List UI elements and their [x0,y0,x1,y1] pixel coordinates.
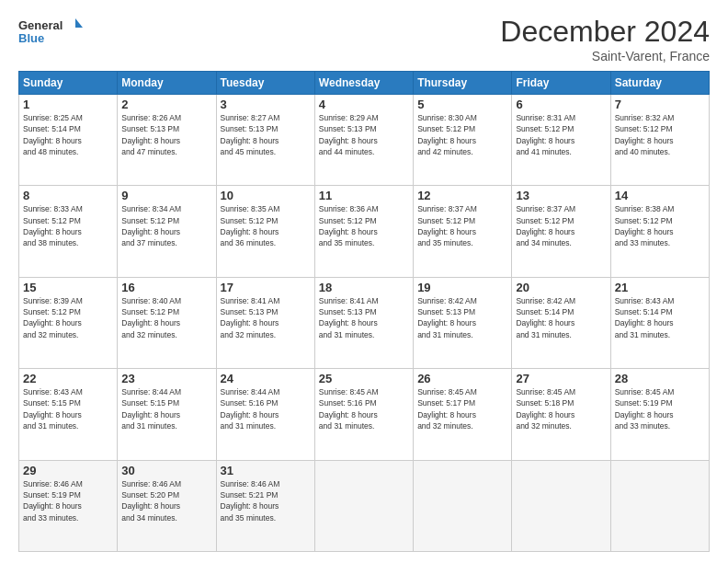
title-block: December 2024 Saint-Varent, France [500,15,710,63]
table-row: 5 Sunrise: 8:30 AMSunset: 5:12 PMDayligh… [414,95,512,186]
table-row: 9 Sunrise: 8:34 AMSunset: 5:12 PMDayligh… [118,186,216,277]
svg-text:General: General [18,18,63,32]
day-number: 20 [516,281,606,294]
day-number: 19 [417,281,507,294]
col-tuesday: Tuesday [216,72,314,95]
logo: General Blue [18,15,83,48]
table-row: 25 Sunrise: 8:45 AMSunset: 5:16 PMDaylig… [314,369,413,460]
day-info: Sunrise: 8:44 AMSunset: 5:16 PMDaylight:… [221,387,280,431]
table-row: 22 Sunrise: 8:43 AMSunset: 5:15 PMDaylig… [19,369,118,460]
logo-svg: General Blue [18,15,83,48]
day-number: 25 [319,372,409,385]
calendar-week-row: 8 Sunrise: 8:33 AMSunset: 5:12 PMDayligh… [19,186,710,277]
table-row: 20 Sunrise: 8:42 AMSunset: 5:14 PMDaylig… [512,277,610,368]
day-info: Sunrise: 8:39 AMSunset: 5:12 PMDaylight:… [23,296,83,339]
day-info: Sunrise: 8:44 AMSunset: 5:15 PMDaylight:… [121,387,181,431]
table-row: 31 Sunrise: 8:46 AMSunset: 5:21 PMDaylig… [216,460,314,551]
day-number: 27 [516,372,606,385]
day-number: 16 [121,281,211,294]
svg-marker-2 [75,18,83,28]
day-number: 24 [221,372,311,385]
col-monday: Monday [118,72,216,95]
day-number: 17 [221,281,311,294]
day-number: 7 [615,98,705,111]
col-sunday: Sunday [19,72,118,95]
day-number: 21 [615,281,705,294]
day-info: Sunrise: 8:32 AMSunset: 5:12 PMDaylight:… [615,113,675,156]
day-info: Sunrise: 8:41 AMSunset: 5:13 PMDaylight:… [319,296,379,339]
table-row: 18 Sunrise: 8:41 AMSunset: 5:13 PMDaylig… [314,277,413,368]
table-row: 15 Sunrise: 8:39 AMSunset: 5:12 PMDaylig… [19,277,118,368]
col-wednesday: Wednesday [314,72,413,95]
table-row: 21 Sunrise: 8:43 AMSunset: 5:14 PMDaylig… [610,277,709,368]
table-row: 30 Sunrise: 8:46 AMSunset: 5:20 PMDaylig… [118,460,216,551]
day-info: Sunrise: 8:36 AMSunset: 5:12 PMDaylight:… [319,204,379,247]
day-number: 22 [23,372,113,385]
table-row: 28 Sunrise: 8:45 AMSunset: 5:19 PMDaylig… [610,369,709,460]
day-info: Sunrise: 8:46 AMSunset: 5:20 PMDaylight:… [121,479,181,523]
table-row: 3 Sunrise: 8:27 AMSunset: 5:13 PMDayligh… [216,95,314,186]
day-number: 23 [121,372,211,385]
day-number: 11 [319,189,409,202]
day-info: Sunrise: 8:38 AMSunset: 5:12 PMDaylight:… [615,204,675,247]
day-number: 9 [121,189,211,202]
day-number: 5 [417,98,507,111]
table-row [610,460,709,551]
day-number: 2 [121,98,211,111]
table-row [512,460,610,551]
day-info: Sunrise: 8:30 AMSunset: 5:12 PMDaylight:… [417,113,477,156]
day-number: 14 [615,189,705,202]
day-info: Sunrise: 8:37 AMSunset: 5:12 PMDaylight:… [516,204,575,247]
table-row: 14 Sunrise: 8:38 AMSunset: 5:12 PMDaylig… [610,186,709,277]
table-row: 19 Sunrise: 8:42 AMSunset: 5:13 PMDaylig… [414,277,512,368]
day-info: Sunrise: 8:45 AMSunset: 5:17 PMDaylight:… [417,387,477,431]
day-info: Sunrise: 8:33 AMSunset: 5:12 PMDaylight:… [23,204,83,247]
day-info: Sunrise: 8:45 AMSunset: 5:16 PMDaylight:… [319,387,379,431]
table-row: 17 Sunrise: 8:41 AMSunset: 5:13 PMDaylig… [216,277,314,368]
subtitle: Saint-Varent, France [500,49,710,63]
day-info: Sunrise: 8:42 AMSunset: 5:13 PMDaylight:… [417,296,477,339]
main-title: December 2024 [500,15,710,49]
day-info: Sunrise: 8:40 AMSunset: 5:12 PMDaylight:… [121,296,181,339]
page: General Blue December 2024 Saint-Varent,… [0,0,728,563]
day-number: 15 [23,281,113,294]
day-info: Sunrise: 8:27 AMSunset: 5:13 PMDaylight:… [221,113,280,156]
day-number: 30 [121,464,211,477]
day-info: Sunrise: 8:31 AMSunset: 5:12 PMDaylight:… [516,113,575,156]
col-friday: Friday [512,72,610,95]
calendar-week-row: 29 Sunrise: 8:46 AMSunset: 5:19 PMDaylig… [19,460,710,551]
day-number: 10 [221,189,311,202]
day-info: Sunrise: 8:43 AMSunset: 5:14 PMDaylight:… [615,296,675,339]
svg-text:Blue: Blue [18,31,44,45]
day-info: Sunrise: 8:45 AMSunset: 5:18 PMDaylight:… [516,387,575,431]
table-row: 7 Sunrise: 8:32 AMSunset: 5:12 PMDayligh… [610,95,709,186]
table-row: 2 Sunrise: 8:26 AMSunset: 5:13 PMDayligh… [118,95,216,186]
calendar-week-row: 22 Sunrise: 8:43 AMSunset: 5:15 PMDaylig… [19,369,710,460]
day-info: Sunrise: 8:42 AMSunset: 5:14 PMDaylight:… [516,296,575,339]
calendar-header-row: Sunday Monday Tuesday Wednesday Thursday… [19,72,710,95]
table-row: 29 Sunrise: 8:46 AMSunset: 5:19 PMDaylig… [19,460,118,551]
day-number: 31 [221,464,311,477]
table-row: 1 Sunrise: 8:25 AMSunset: 5:14 PMDayligh… [19,95,118,186]
day-number: 28 [615,372,705,385]
table-row: 26 Sunrise: 8:45 AMSunset: 5:17 PMDaylig… [414,369,512,460]
day-info: Sunrise: 8:46 AMSunset: 5:19 PMDaylight:… [23,479,83,523]
day-info: Sunrise: 8:25 AMSunset: 5:14 PMDaylight:… [23,113,83,156]
table-row: 24 Sunrise: 8:44 AMSunset: 5:16 PMDaylig… [216,369,314,460]
day-info: Sunrise: 8:35 AMSunset: 5:12 PMDaylight:… [221,204,280,247]
day-info: Sunrise: 8:45 AMSunset: 5:19 PMDaylight:… [615,387,675,431]
day-number: 6 [516,98,606,111]
day-number: 3 [221,98,311,111]
table-row: 8 Sunrise: 8:33 AMSunset: 5:12 PMDayligh… [19,186,118,277]
day-number: 13 [516,189,606,202]
day-number: 1 [23,98,113,111]
day-info: Sunrise: 8:29 AMSunset: 5:13 PMDaylight:… [319,113,379,156]
day-number: 8 [23,189,113,202]
table-row: 13 Sunrise: 8:37 AMSunset: 5:12 PMDaylig… [512,186,610,277]
calendar-table: Sunday Monday Tuesday Wednesday Thursday… [18,71,710,552]
table-row: 12 Sunrise: 8:37 AMSunset: 5:12 PMDaylig… [414,186,512,277]
day-number: 29 [23,464,113,477]
day-info: Sunrise: 8:46 AMSunset: 5:21 PMDaylight:… [221,479,280,523]
table-row [414,460,512,551]
table-row: 6 Sunrise: 8:31 AMSunset: 5:12 PMDayligh… [512,95,610,186]
